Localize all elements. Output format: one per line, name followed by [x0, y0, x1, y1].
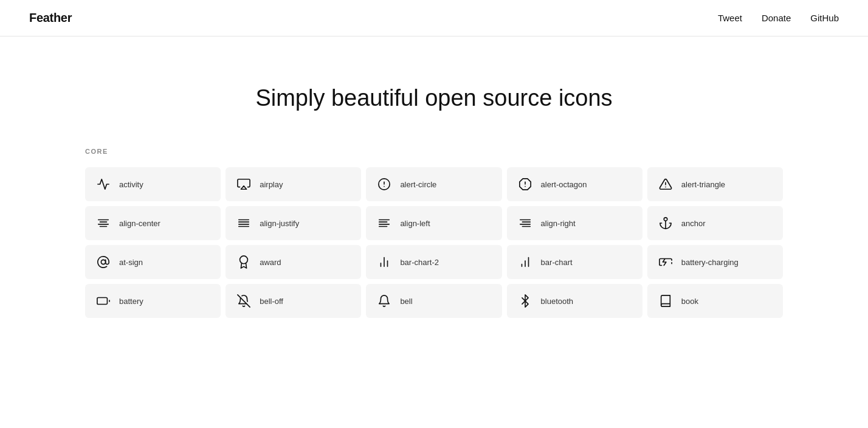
hero-section: Simply beautiful open source icons [0, 36, 868, 148]
icon-grid: activity airplay alert-circle alert-octa… [85, 167, 783, 318]
icon-item-bar-chart-2[interactable]: bar-chart-2 [366, 245, 501, 279]
icon-label: bluetooth [541, 297, 574, 306]
alert-triangle-icon [658, 177, 673, 192]
icon-label: airplay [260, 180, 283, 189]
bell-icon [377, 294, 391, 308]
header-nav: Tweet Donate GitHub [718, 13, 839, 23]
icon-item-alert-triangle[interactable]: alert-triangle [647, 167, 783, 201]
svg-rect-35 [97, 298, 108, 305]
header: Feather Tweet Donate GitHub [0, 0, 868, 36]
icon-item-align-center[interactable]: align-center [85, 206, 221, 240]
icon-item-align-left[interactable]: align-left [366, 206, 501, 240]
svg-marker-0 [241, 186, 247, 190]
svg-line-37 [238, 295, 250, 307]
activity-icon [96, 177, 111, 192]
icon-item-bar-chart[interactable]: bar-chart [507, 245, 642, 279]
icon-label: battery [119, 297, 143, 306]
bar-chart-2-icon [377, 255, 391, 269]
icon-item-award[interactable]: award [226, 245, 361, 279]
hero-title: Simply beautiful open source icons [29, 85, 839, 111]
icon-item-battery-charging[interactable]: battery-charging [647, 245, 783, 279]
align-center-icon [96, 216, 111, 230]
logo: Feather [29, 11, 72, 25]
svg-point-28 [240, 256, 248, 264]
alert-circle-icon [377, 177, 391, 192]
airplay-icon [236, 177, 251, 192]
icon-label: award [260, 258, 281, 267]
icon-item-align-justify[interactable]: align-justify [226, 206, 361, 240]
icon-item-battery[interactable]: battery [85, 284, 221, 318]
icon-label: align-right [541, 219, 576, 228]
battery-icon [96, 294, 111, 308]
icon-item-activity[interactable]: activity [85, 167, 221, 201]
icon-item-book[interactable]: book [647, 284, 783, 318]
icon-label: alert-triangle [681, 180, 725, 189]
icon-item-align-right[interactable]: align-right [507, 206, 642, 240]
github-link[interactable]: GitHub [810, 13, 839, 23]
icon-item-bluetooth[interactable]: bluetooth [507, 284, 642, 318]
icon-item-bell[interactable]: bell [366, 284, 501, 318]
at-sign-icon [96, 255, 111, 269]
icon-label: align-justify [260, 219, 299, 228]
icon-label: bar-chart-2 [400, 258, 439, 267]
icon-item-at-sign[interactable]: at-sign [85, 245, 221, 279]
donate-link[interactable]: Donate [762, 13, 791, 23]
icon-label: book [681, 297, 698, 306]
icon-item-bell-off[interactable]: bell-off [226, 284, 361, 318]
alert-octagon-icon [518, 177, 532, 192]
bar-chart-icon [518, 255, 532, 269]
icon-label: battery-charging [681, 258, 739, 267]
award-icon [236, 255, 251, 269]
icon-label: alert-octagon [541, 180, 587, 189]
anchor-icon [658, 216, 673, 230]
battery-charging-icon [658, 255, 673, 269]
icon-item-anchor[interactable]: anchor [647, 206, 783, 240]
icon-label: bar-chart [541, 258, 573, 267]
icon-label: align-left [400, 219, 430, 228]
icon-label: activity [119, 180, 143, 189]
icon-label: anchor [681, 219, 706, 228]
section-label: CORE [85, 148, 783, 155]
svg-point-27 [101, 260, 105, 264]
book-icon [658, 294, 673, 308]
bluetooth-icon [518, 294, 532, 308]
icon-label: bell-off [260, 297, 283, 306]
svg-point-25 [664, 218, 667, 221]
tweet-link[interactable]: Tweet [718, 13, 742, 23]
icon-section: CORE activity airplay alert-circle [0, 148, 868, 342]
bell-off-icon [236, 294, 251, 308]
align-justify-icon [236, 216, 251, 230]
icon-item-alert-circle[interactable]: alert-circle [366, 167, 501, 201]
icon-item-alert-octagon[interactable]: alert-octagon [507, 167, 642, 201]
icon-label: bell [400, 297, 412, 306]
align-left-icon [377, 216, 391, 230]
icon-label: at-sign [119, 258, 143, 267]
icon-label: align-center [119, 219, 160, 228]
icon-item-airplay[interactable]: airplay [226, 167, 361, 201]
icon-label: alert-circle [400, 180, 436, 189]
align-right-icon [518, 216, 532, 230]
